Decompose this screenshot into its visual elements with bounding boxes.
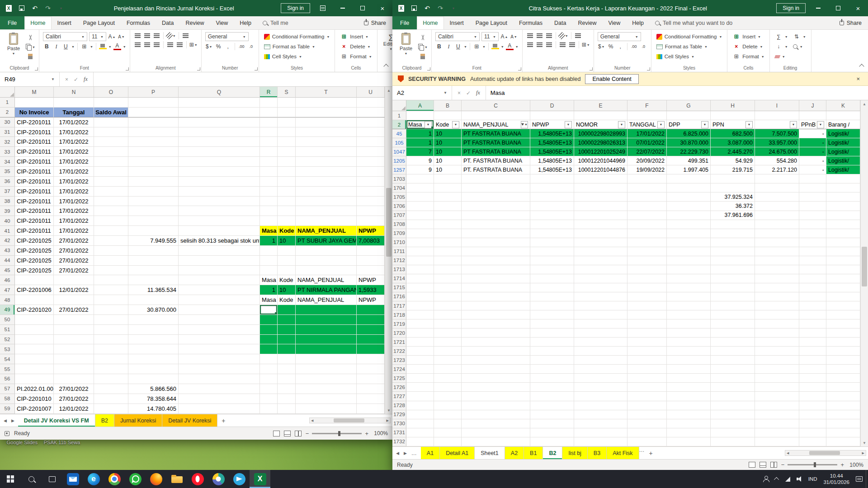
- cell-B1719[interactable]: [434, 319, 462, 328]
- cell-G1729[interactable]: [667, 410, 711, 419]
- cell-I1257[interactable]: 2.217.120: [755, 165, 799, 174]
- cell-S2[interactable]: [278, 108, 296, 117]
- decrease-font-icon[interactable]: A▼: [510, 33, 518, 40]
- page-break-view-icon[interactable]: [770, 462, 777, 468]
- cell-C1706[interactable]: [462, 202, 530, 211]
- cell-U48[interactable]: NPWP: [357, 295, 385, 305]
- sheet-overflow-left[interactable]: …: [411, 450, 417, 456]
- cell-M2[interactable]: No Invoice: [15, 108, 54, 117]
- cell-K1720[interactable]: [826, 328, 860, 338]
- cell-D1705[interactable]: [530, 192, 574, 202]
- cell-J1719[interactable]: [799, 319, 826, 328]
- ribbon-tab-data[interactable]: Data: [548, 16, 572, 29]
- cell-F1712[interactable]: [627, 256, 667, 265]
- cell-S34[interactable]: [278, 157, 296, 167]
- cell-O35[interactable]: [94, 167, 128, 177]
- borders-icon[interactable]: ⊞: [80, 43, 88, 50]
- cell-I1712[interactable]: [755, 256, 799, 265]
- cell-G1730[interactable]: [667, 419, 711, 428]
- cell-K45[interactable]: Logistik/: [826, 129, 860, 138]
- ribbon-tab-help[interactable]: Help: [626, 16, 650, 29]
- cell-U30[interactable]: [357, 117, 385, 127]
- cell-Q37[interactable]: [179, 187, 260, 197]
- sheet-tab-list-bj[interactable]: list bj: [562, 447, 587, 459]
- cell-J1716[interactable]: [799, 292, 826, 301]
- orientation-icon[interactable]: ▼: [166, 32, 176, 39]
- cell-K1708[interactable]: [826, 220, 860, 229]
- cell-O33[interactable]: [94, 147, 128, 157]
- conditional-formatting-button[interactable]: Conditional Formatting ▼: [655, 32, 724, 41]
- cell-J1205[interactable]: -: [799, 156, 826, 165]
- cell-S39[interactable]: [278, 206, 296, 216]
- select-all-corner[interactable]: [392, 100, 406, 111]
- cell-N48[interactable]: [54, 295, 94, 305]
- cell-N31[interactable]: 17/01/2022: [54, 127, 94, 137]
- cell-I1722[interactable]: [755, 347, 799, 356]
- cell-J1714[interactable]: [799, 274, 826, 283]
- cell-S52[interactable]: [278, 335, 296, 345]
- cell-E1047[interactable]: 100012201025249: [574, 147, 627, 156]
- taskbar-app-whatsapp[interactable]: [125, 470, 146, 488]
- cell-D1205[interactable]: 1,54805E+13: [530, 156, 574, 165]
- cell-G1705[interactable]: [667, 192, 711, 202]
- cell-C1710[interactable]: [462, 238, 530, 247]
- cell-T36[interactable]: [296, 177, 357, 187]
- percent-style-icon[interactable]: %: [215, 43, 222, 50]
- cell-B1706[interactable]: [434, 202, 462, 211]
- cell-K1732[interactable]: [826, 437, 860, 446]
- zoom-in-icon[interactable]: +: [840, 461, 844, 468]
- sheet-tab-b2[interactable]: B2: [543, 447, 562, 459]
- cell-U1[interactable]: [357, 98, 385, 108]
- cell-H1257[interactable]: 219.715: [711, 165, 755, 174]
- sheet-nav-left-icon[interactable]: ◀: [396, 451, 399, 455]
- row-header-44[interactable]: 44: [0, 256, 15, 266]
- cell-J1727[interactable]: [799, 392, 826, 401]
- cell-S55[interactable]: [278, 364, 296, 374]
- cell-O1[interactable]: [94, 98, 128, 108]
- cell-M1[interactable]: [15, 98, 54, 108]
- cell-N44[interactable]: 27/01/2022: [54, 256, 94, 266]
- zoom-thumb[interactable]: [814, 462, 816, 467]
- column-header-G[interactable]: G: [667, 100, 711, 111]
- underline-button[interactable]: U: [62, 43, 70, 50]
- font-color-icon[interactable]: A: [113, 43, 121, 50]
- cell-D1720[interactable]: [530, 328, 574, 338]
- ribbon-tab-file[interactable]: File: [392, 16, 417, 29]
- cell-M58[interactable]: CIP-2201010: [15, 394, 54, 404]
- cell-Q2[interactable]: [179, 108, 260, 117]
- cell-I1708[interactable]: [755, 220, 799, 229]
- cell-Q47[interactable]: [179, 285, 260, 295]
- cell-P49[interactable]: 30.870.000: [128, 305, 179, 315]
- horizontal-scrollbar[interactable]: ◀▶: [785, 450, 866, 456]
- zoom-slider[interactable]: − +: [306, 430, 368, 437]
- comma-style-icon[interactable]: ,: [224, 43, 232, 50]
- cell-N51[interactable]: [54, 325, 94, 335]
- cell-N56[interactable]: [54, 374, 94, 384]
- column-header-H[interactable]: H: [711, 100, 755, 111]
- cell-M35[interactable]: CIP-2201011: [15, 167, 54, 177]
- cell-T46[interactable]: NAMA_PENJUAL: [296, 275, 357, 285]
- cell-S32[interactable]: [278, 137, 296, 147]
- cell-H1724[interactable]: [711, 365, 755, 374]
- cell-F1711[interactable]: [627, 247, 667, 256]
- clear-button[interactable]: ▼: [774, 52, 789, 61]
- cell-H1706[interactable]: 36.372: [711, 202, 755, 211]
- ribbon-tab-formulas[interactable]: Formulas: [513, 16, 548, 29]
- cell-F1732[interactable]: [627, 437, 667, 446]
- cell-J1725[interactable]: [799, 374, 826, 383]
- cell-F1719[interactable]: [627, 319, 667, 328]
- cell-R46[interactable]: Masa: [260, 275, 278, 285]
- find-select-button[interactable]: ▼: [792, 42, 807, 51]
- tray-overflow-button[interactable]: [772, 470, 782, 488]
- cell-I45[interactable]: 7.507.500: [755, 129, 799, 138]
- cell-U2[interactable]: [357, 108, 385, 117]
- cell-T38[interactable]: [296, 197, 357, 206]
- cell-K105[interactable]: Logistik/: [826, 138, 860, 147]
- cell-Q52[interactable]: [179, 335, 260, 345]
- row-header-42[interactable]: 42: [0, 236, 15, 246]
- row-header-1724[interactable]: 1724: [392, 365, 406, 374]
- cell-Q35[interactable]: [179, 167, 260, 177]
- cell-G1711[interactable]: [667, 247, 711, 256]
- cell-B105[interactable]: 10: [434, 138, 462, 147]
- cell-D1729[interactable]: [530, 410, 574, 419]
